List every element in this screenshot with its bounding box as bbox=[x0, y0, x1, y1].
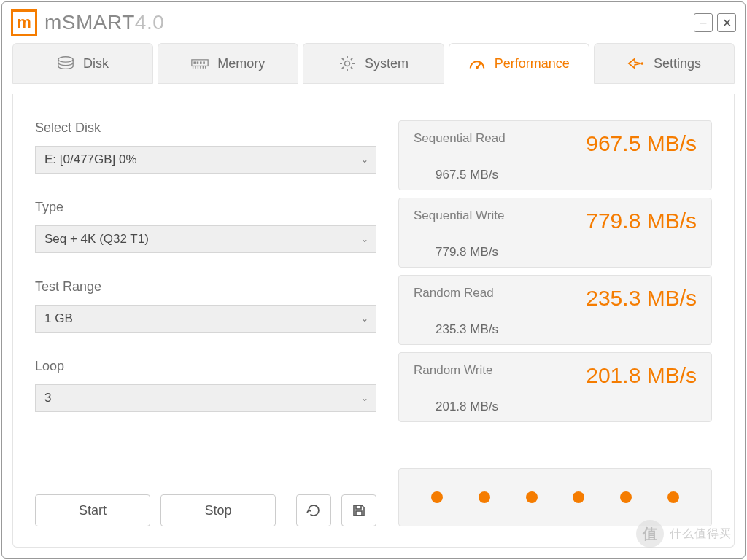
svg-rect-2 bbox=[194, 61, 196, 63]
svg-point-15 bbox=[640, 62, 643, 65]
watermark: 值 什么值得买 bbox=[636, 520, 732, 548]
dot-icon bbox=[667, 491, 679, 503]
result-sub: 779.8 MB/s bbox=[414, 245, 697, 260]
watermark-text: 什么值得买 bbox=[670, 526, 732, 542]
result-value: 967.5 MB/s bbox=[586, 131, 697, 156]
test-range-label: Test Range bbox=[35, 279, 376, 295]
result-sub: 201.8 MB/s bbox=[414, 400, 697, 414]
save-button[interactable] bbox=[341, 494, 376, 526]
result-label: Sequential Read bbox=[414, 131, 506, 146]
svg-point-0 bbox=[58, 57, 73, 62]
result-sub: 967.5 MB/s bbox=[414, 168, 697, 182]
tab-settings-label: Settings bbox=[654, 56, 701, 71]
settings-icon bbox=[627, 55, 645, 72]
results-column: Sequential Read 967.5 MB/s 967.5 MB/s Se… bbox=[398, 120, 712, 526]
select-disk-dropdown[interactable]: E: [0/477GB] 0% ⌄ bbox=[35, 146, 376, 174]
tab-system-label: System bbox=[365, 56, 409, 71]
dot-icon bbox=[620, 491, 632, 503]
performance-panel: Select Disk E: [0/477GB] 0% ⌄ Type Seq +… bbox=[12, 94, 735, 548]
svg-rect-5 bbox=[204, 61, 206, 63]
chevron-down-icon: ⌄ bbox=[361, 393, 368, 403]
type-dropdown[interactable]: Seq + 4K (Q32 T1) ⌄ bbox=[35, 225, 376, 253]
tab-disk-label: Disk bbox=[83, 56, 109, 71]
tab-settings[interactable]: Settings bbox=[594, 43, 735, 84]
save-icon bbox=[352, 504, 365, 517]
select-disk-value: E: [0/477GB] 0% bbox=[44, 152, 137, 167]
window-controls: – ✕ bbox=[694, 13, 736, 32]
result-label: Sequential Write bbox=[414, 209, 504, 223]
dot-icon bbox=[431, 491, 443, 503]
tab-memory[interactable]: Memory bbox=[158, 43, 298, 84]
disk-icon bbox=[57, 55, 74, 72]
tab-system[interactable]: System bbox=[303, 43, 444, 84]
svg-rect-4 bbox=[200, 61, 202, 63]
gauge-icon bbox=[468, 55, 486, 72]
button-row: Start Stop bbox=[35, 494, 376, 526]
svg-rect-16 bbox=[356, 505, 361, 509]
dot-icon bbox=[573, 491, 584, 503]
type-value: Seq + 4K (Q32 T1) bbox=[44, 232, 149, 246]
loop-label: Loop bbox=[35, 359, 376, 374]
svg-line-14 bbox=[477, 62, 481, 67]
result-value: 235.3 MB/s bbox=[586, 286, 697, 311]
result-value: 201.8 MB/s bbox=[586, 363, 697, 388]
result-sub: 235.3 MB/s bbox=[414, 322, 697, 337]
tab-memory-label: Memory bbox=[217, 56, 265, 71]
watermark-logo-icon: 值 bbox=[636, 520, 664, 548]
chevron-down-icon: ⌄ bbox=[361, 314, 368, 324]
refresh-icon bbox=[306, 503, 321, 518]
select-disk-label: Select Disk bbox=[35, 120, 376, 136]
app-logo: m bbox=[11, 9, 37, 36]
memory-icon bbox=[191, 55, 209, 72]
svg-point-12 bbox=[345, 61, 350, 66]
svg-rect-3 bbox=[197, 61, 199, 63]
result-random-write: Random Write 201.8 MB/s 201.8 MB/s bbox=[398, 352, 712, 422]
app-title: mSMART4.0 bbox=[44, 11, 164, 34]
svg-rect-17 bbox=[356, 511, 362, 516]
progress-dots bbox=[398, 468, 712, 526]
gear-icon bbox=[338, 55, 356, 72]
app-name-text: mSMART bbox=[44, 11, 135, 34]
tab-performance-label: Performance bbox=[495, 56, 570, 71]
loop-dropdown[interactable]: 3 ⌄ bbox=[35, 384, 376, 412]
config-column: Select Disk E: [0/477GB] 0% ⌄ Type Seq +… bbox=[35, 120, 376, 526]
test-range-value: 1 GB bbox=[44, 311, 73, 326]
chevron-down-icon: ⌄ bbox=[361, 234, 368, 244]
app-window: m mSMART4.0 – ✕ Disk Memory System bbox=[1, 1, 746, 559]
tab-bar: Disk Memory System Performance Settings bbox=[2, 43, 745, 84]
start-button[interactable]: Start bbox=[35, 494, 150, 526]
type-label: Type bbox=[35, 200, 376, 215]
result-value: 779.8 MB/s bbox=[586, 209, 697, 233]
loop-value: 3 bbox=[44, 391, 51, 405]
tab-disk[interactable]: Disk bbox=[12, 43, 153, 84]
stop-button[interactable]: Stop bbox=[160, 494, 276, 526]
close-button[interactable]: ✕ bbox=[717, 13, 736, 32]
tab-performance[interactable]: Performance bbox=[449, 43, 589, 84]
titlebar: m mSMART4.0 – ✕ bbox=[2, 2, 745, 43]
dot-icon bbox=[526, 491, 538, 503]
chevron-down-icon: ⌄ bbox=[361, 155, 368, 165]
result-sequential-read: Sequential Read 967.5 MB/s 967.5 MB/s bbox=[398, 120, 712, 190]
result-random-read: Random Read 235.3 MB/s 235.3 MB/s bbox=[398, 275, 712, 345]
result-sequential-write: Sequential Write 779.8 MB/s 779.8 MB/s bbox=[398, 198, 712, 268]
app-version-text: 4.0 bbox=[135, 11, 164, 34]
test-range-dropdown[interactable]: 1 GB ⌄ bbox=[35, 305, 376, 332]
dot-icon bbox=[479, 491, 490, 503]
refresh-button[interactable] bbox=[296, 494, 331, 526]
minimize-button[interactable]: – bbox=[694, 13, 713, 32]
result-label: Random Read bbox=[414, 286, 494, 300]
result-label: Random Write bbox=[414, 363, 492, 378]
